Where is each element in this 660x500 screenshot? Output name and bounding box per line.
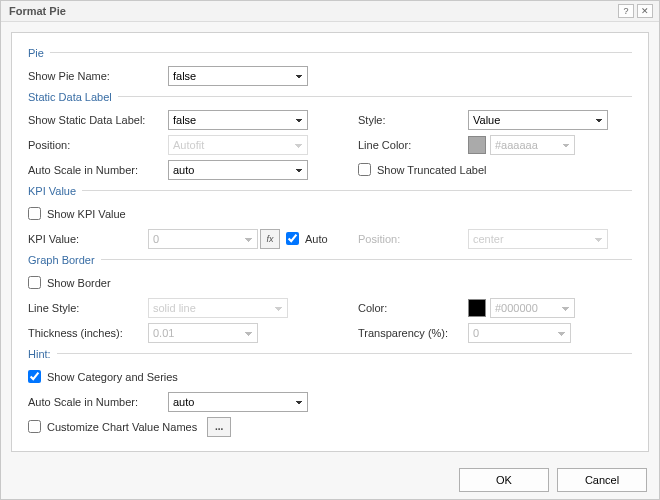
section-static-label: Static Data Label xyxy=(28,91,112,103)
show-pie-name-select[interactable]: false xyxy=(168,66,308,86)
divider xyxy=(50,52,632,53)
dialog-title: Format Pie xyxy=(9,5,615,17)
position-select: Autofit xyxy=(168,135,308,155)
section-hint-label: Hint: xyxy=(28,348,51,360)
auto-scale-select-2[interactable]: auto xyxy=(168,392,308,412)
show-border-label: Show Border xyxy=(47,277,111,289)
section-kpi: KPI Value xyxy=(28,185,632,197)
section-static: Static Data Label xyxy=(28,91,632,103)
show-static-label-label: Show Static Data Label: xyxy=(28,114,168,126)
auto-scale-label: Auto Scale in Number: xyxy=(28,164,168,176)
show-static-label-select[interactable]: false xyxy=(168,110,308,130)
style-select[interactable]: Value xyxy=(468,110,608,130)
show-border-checkbox[interactable] xyxy=(28,276,41,289)
customize-names-checkbox[interactable] xyxy=(28,420,41,433)
show-category-series-label: Show Category and Series xyxy=(47,371,178,383)
section-pie-label: Pie xyxy=(28,47,44,59)
color-label: Color: xyxy=(358,302,468,314)
customize-names-button[interactable]: ... xyxy=(207,417,231,437)
show-pie-name-label: Show Pie Name: xyxy=(28,70,168,82)
section-kpi-label: KPI Value xyxy=(28,185,76,197)
show-kpi-checkbox[interactable] xyxy=(28,207,41,220)
kpi-value-input xyxy=(148,229,258,249)
divider xyxy=(118,96,632,97)
show-truncated-label: Show Truncated Label xyxy=(377,164,486,176)
style-label: Style: xyxy=(358,114,468,126)
section-border: Graph Border xyxy=(28,254,632,266)
kpi-position-select: center xyxy=(468,229,608,249)
content-wrap: Pie Show Pie Name: false Static Data Lab… xyxy=(1,22,659,462)
divider xyxy=(57,353,632,354)
help-button[interactable]: ? xyxy=(618,4,634,18)
line-style-label: Line Style: xyxy=(28,302,148,314)
line-style-select: solid line xyxy=(148,298,288,318)
transparency-input xyxy=(468,323,571,343)
show-kpi-label: Show KPI Value xyxy=(47,208,126,220)
titlebar: Format Pie ? ✕ xyxy=(1,1,659,22)
auto-scale-label-2: Auto Scale in Number: xyxy=(28,396,168,408)
auto-label: Auto xyxy=(305,233,328,245)
customize-names-label: Customize Chart Value Names xyxy=(47,421,197,433)
thickness-label: Thickness (inches): xyxy=(28,327,148,339)
kpi-position-label: Position: xyxy=(358,233,468,245)
color-swatch[interactable] xyxy=(468,299,486,317)
thickness-input xyxy=(148,323,258,343)
divider xyxy=(101,259,632,260)
show-truncated-checkbox[interactable] xyxy=(358,163,371,176)
section-hint: Hint: xyxy=(28,348,632,360)
line-color-swatch[interactable] xyxy=(468,136,486,154)
line-color-label: Line Color: xyxy=(358,139,468,151)
kpi-value-label: KPI Value: xyxy=(28,233,148,245)
cancel-button[interactable]: Cancel xyxy=(557,468,647,492)
format-pie-dialog: Format Pie ? ✕ Pie Show Pie Name: false … xyxy=(0,0,660,500)
section-pie: Pie xyxy=(28,47,632,59)
line-color-input xyxy=(490,135,575,155)
content-panel: Pie Show Pie Name: false Static Data Lab… xyxy=(11,32,649,452)
footer: OK Cancel xyxy=(1,462,659,499)
section-border-label: Graph Border xyxy=(28,254,95,266)
auto-scale-select[interactable]: auto xyxy=(168,160,308,180)
color-input xyxy=(490,298,575,318)
auto-checkbox[interactable] xyxy=(286,232,299,245)
position-label: Position: xyxy=(28,139,168,151)
transparency-label: Transparency (%): xyxy=(358,327,468,339)
show-category-series-checkbox[interactable] xyxy=(28,370,41,383)
ok-button[interactable]: OK xyxy=(459,468,549,492)
divider xyxy=(82,190,632,191)
close-button[interactable]: ✕ xyxy=(637,4,653,18)
fx-button[interactable]: fx xyxy=(260,229,280,249)
